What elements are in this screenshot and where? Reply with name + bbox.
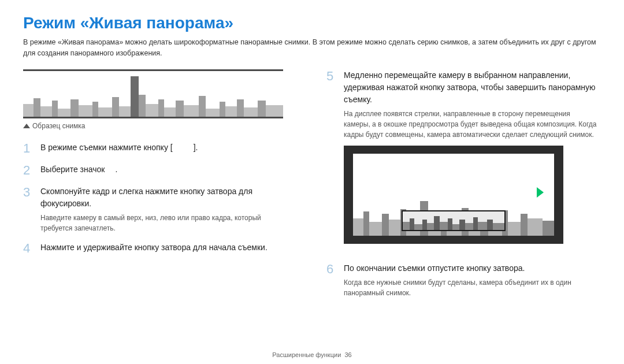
step-number: 1 xyxy=(23,142,34,155)
step-text: В режиме съемки нажмите кнопку []. xyxy=(40,142,298,154)
step-subtext: Наведите камеру в самый верх, низ, лево … xyxy=(40,213,298,233)
caption-text: Образец снимка xyxy=(32,122,85,130)
page-footer: Расширенные функции 36 xyxy=(0,351,624,358)
step-text: Выберите значок. xyxy=(40,164,298,176)
step-number: 6 xyxy=(326,262,337,298)
step-subtext: Когда все нужные снимки будут сделаны, к… xyxy=(344,277,601,298)
step-number: 4 xyxy=(23,242,34,255)
step-text: Нажмите и удерживайте кнопку затвора для… xyxy=(40,242,298,254)
footer-section: Расширенные функции xyxy=(272,351,341,358)
step-text: По окончании съемки отпустите кнопку зат… xyxy=(344,262,601,274)
panorama-preview-strip xyxy=(402,210,506,231)
panorama-sample-image xyxy=(23,69,283,118)
intro-text: В режиме «Живая панорама» можно делать ш… xyxy=(23,37,601,59)
camera-preview-image xyxy=(344,146,563,244)
step-number: 5 xyxy=(326,69,337,254)
step-text: Скомпонуйте кадр и слегка нажмите кнопку… xyxy=(40,185,298,210)
triangle-up-icon xyxy=(23,124,30,128)
step-subtext: На дисплее появятся стрелки, направленны… xyxy=(344,109,601,140)
sample-caption: Образец снимка xyxy=(23,122,298,130)
step-number: 2 xyxy=(23,164,34,177)
step-text: Медленно перемещайте камеру в выбранном … xyxy=(344,69,601,106)
footer-page: 36 xyxy=(344,351,351,358)
arrow-right-icon xyxy=(537,187,544,198)
page-title: Режим «Живая панорама» xyxy=(23,14,601,32)
step-number: 3 xyxy=(23,185,34,233)
